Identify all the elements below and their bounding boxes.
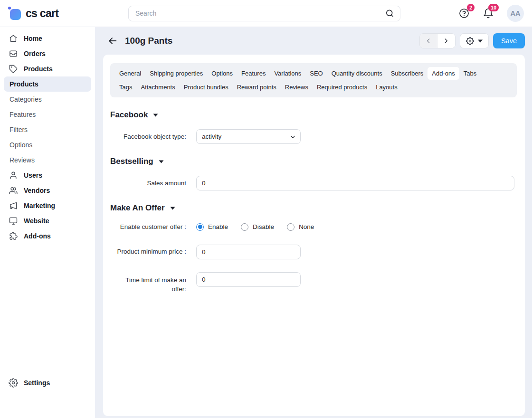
radio-option-disable[interactable]: Disable xyxy=(241,223,274,231)
radio-option-enable[interactable]: Enable xyxy=(196,223,228,231)
tab-features[interactable]: Features xyxy=(237,67,270,80)
addons-icon xyxy=(9,231,18,241)
tab-row-2: Tags Attachments Product bundles Reward … xyxy=(115,81,512,94)
sidebar-item-users[interactable]: Users xyxy=(0,168,95,183)
radio-enable-label: Enable xyxy=(208,223,228,230)
radio-none-label: None xyxy=(299,223,314,230)
sidebar-item-label: Website xyxy=(24,217,49,225)
sidebar-item-label: Users xyxy=(24,171,42,179)
product-minimum-price-row: Product minimum price : xyxy=(110,245,517,259)
sidebar-subitem-categories[interactable]: Categories xyxy=(4,92,91,107)
help-badge: 2 xyxy=(467,4,475,11)
tab-layouts[interactable]: Layouts xyxy=(371,81,402,94)
user-avatar[interactable]: AA xyxy=(507,5,524,22)
radio-enable[interactable] xyxy=(196,223,204,231)
orders-icon xyxy=(9,49,18,58)
search-icon[interactable] xyxy=(385,9,394,18)
sidebar: Home Orders Products Products Categories… xyxy=(0,27,95,418)
sidebar-subitem-label: Reviews xyxy=(10,156,35,164)
products-icon xyxy=(9,64,18,74)
settings-label: Settings xyxy=(24,379,50,387)
sidebar-subitem-filters[interactable]: Filters xyxy=(4,122,91,137)
chevron-right-icon xyxy=(442,37,450,45)
tab-tags[interactable]: Tags xyxy=(115,81,136,94)
caret-down-icon xyxy=(478,39,483,43)
tab-seo[interactable]: SEO xyxy=(305,67,327,80)
page-header: 100g Pants Save xyxy=(103,27,525,55)
website-icon xyxy=(9,216,18,226)
sales-amount-input[interactable] xyxy=(196,176,514,190)
enable-customer-offer-label: Enable customer offer : xyxy=(110,222,186,232)
tab-reviews[interactable]: Reviews xyxy=(281,81,313,94)
logo-text: cs cart xyxy=(26,7,58,20)
tab-reward-points[interactable]: Reward points xyxy=(233,81,281,94)
tab-variations[interactable]: Variations xyxy=(270,67,305,80)
users-icon xyxy=(9,171,18,180)
enable-customer-offer-radio-group: Enable Disable None xyxy=(196,223,314,231)
tab-quantity-discounts[interactable]: Quantity discounts xyxy=(327,67,387,80)
radio-option-none[interactable]: None xyxy=(287,223,314,231)
tab-options[interactable]: Options xyxy=(207,67,237,80)
sidebar-subitem-features[interactable]: Features xyxy=(4,107,91,122)
notifications-badge: 10 xyxy=(488,4,499,11)
search-input[interactable] xyxy=(128,6,400,21)
sidebar-item-website[interactable]: Website xyxy=(0,213,95,228)
tab-required-products[interactable]: Required products xyxy=(313,81,371,94)
sidebar-subitem-products[interactable]: Products xyxy=(4,76,91,92)
section-facebook-header[interactable]: Facebook xyxy=(110,110,517,120)
topbar-actions: 2 10 AA xyxy=(458,5,532,22)
product-edit-card: General Shipping properties Options Feat… xyxy=(103,55,525,416)
sidebar-subitem-options[interactable]: Options xyxy=(4,137,91,152)
notifications-button[interactable]: 10 xyxy=(483,8,494,19)
time-limit-label: Time limit of make an offer: xyxy=(110,272,186,294)
settings-icon xyxy=(9,378,18,388)
sidebar-item-home[interactable]: Home xyxy=(0,31,95,46)
sidebar-item-settings[interactable]: Settings xyxy=(0,375,95,390)
global-search xyxy=(128,6,400,21)
sidebar-item-label: Products xyxy=(24,65,53,73)
radio-disable[interactable] xyxy=(241,223,248,231)
sidebar-item-label: Marketing xyxy=(24,202,55,209)
main-content: 100g Pants Save xyxy=(95,27,532,418)
section-bestselling-title: Bestselling xyxy=(110,157,153,166)
tab-product-bundles[interactable]: Product bundles xyxy=(180,81,233,94)
tab-shipping-properties[interactable]: Shipping properties xyxy=(145,67,207,80)
sidebar-item-vendors[interactable]: Vendors xyxy=(0,183,95,198)
sidebar-item-marketing[interactable]: Marketing xyxy=(0,198,95,213)
time-limit-input[interactable] xyxy=(196,272,301,287)
tab-addons[interactable]: Add-ons xyxy=(428,67,459,80)
facebook-object-type-row: Facebook object type: activity xyxy=(110,129,517,144)
section-make-an-offer-title: Make An Offer xyxy=(110,203,165,213)
tab-attachments[interactable]: Attachments xyxy=(136,81,179,94)
sidebar-item-orders[interactable]: Orders xyxy=(0,46,95,61)
cs-cart-logo-icon xyxy=(8,7,21,20)
tab-subscribers[interactable]: Subscribers xyxy=(387,67,428,80)
tab-general[interactable]: General xyxy=(115,67,145,80)
page-settings-dropdown-button[interactable] xyxy=(460,33,489,48)
section-make-an-offer-header[interactable]: Make An Offer xyxy=(110,203,517,213)
product-minimum-price-input[interactable] xyxy=(196,245,301,259)
time-limit-row: Time limit of make an offer: xyxy=(110,272,517,294)
next-product-button[interactable] xyxy=(437,34,455,48)
sales-amount-label: Sales amount xyxy=(110,179,186,188)
radio-none[interactable] xyxy=(287,223,294,231)
save-button[interactable]: Save xyxy=(493,33,525,48)
sidebar-subitem-label: Products xyxy=(10,80,38,88)
sidebar-item-products[interactable]: Products xyxy=(0,61,95,76)
help-button[interactable]: 2 xyxy=(458,8,470,19)
sidebar-item-addons[interactable]: Add-ons xyxy=(0,228,95,244)
app-logo[interactable]: cs cart xyxy=(0,7,95,20)
sidebar-subitem-reviews[interactable]: Reviews xyxy=(4,152,91,168)
sales-amount-row: Sales amount xyxy=(110,176,517,190)
section-facebook-title: Facebook xyxy=(110,110,148,120)
header-controls: Save xyxy=(419,33,525,48)
section-bestselling-header[interactable]: Bestselling xyxy=(110,157,517,166)
page-title: 100g Pants xyxy=(125,36,172,46)
tab-tabs[interactable]: Tabs xyxy=(459,67,481,80)
prev-product-button[interactable] xyxy=(420,34,437,48)
facebook-object-type-select[interactable]: activity xyxy=(196,129,301,144)
facebook-object-type-label: Facebook object type: xyxy=(110,132,186,142)
vendors-icon xyxy=(9,186,18,195)
sidebar-subitem-label: Options xyxy=(10,141,32,149)
back-button[interactable] xyxy=(106,35,119,47)
